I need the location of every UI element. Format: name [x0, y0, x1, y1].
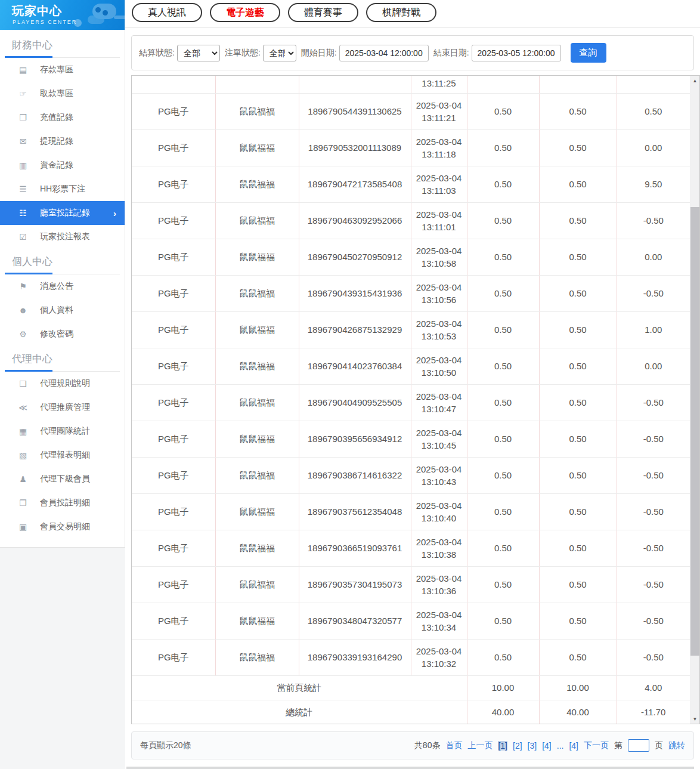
sidebar-panel: 玩家中心 PLAYERS CENTER 財務中心▤存款專區☞取款專區❒充值記錄✉… — [0, 0, 125, 548]
summary-value: 10.00 — [467, 675, 539, 700]
sidebar-item-0-5[interactable]: ☰HH彩票下注 — [0, 177, 125, 201]
bet-time: 13:10:34 — [413, 621, 466, 634]
tab-2[interactable]: 體育賽事 — [288, 3, 358, 22]
bet-date: 2025-03-04 — [413, 572, 466, 585]
cell: 0.50 — [467, 639, 539, 675]
vertical-scrollbar[interactable]: ▲ ▼ — [690, 76, 700, 724]
table-row: PG电子鼠鼠福福18967903480473205772025-03-0413:… — [132, 603, 690, 639]
cell: 2025-03-0413:11:21 — [411, 93, 467, 129]
bet-time: 13:11:18 — [413, 148, 466, 160]
main-content: 真人視訊電子遊藝體育賽事棋牌對戰 結算狀態: 全部 注單狀態: 全部 開始日期:… — [125, 0, 700, 769]
bet-date: 2025-03-04 — [413, 609, 466, 621]
bet-date: 2025-03-04 — [413, 536, 466, 548]
sidebar-item-2-6[interactable]: ▣會員交易明細 — [0, 515, 125, 539]
cell: 2025-03-0413:10:32 — [411, 639, 467, 675]
cell: 0.00 — [617, 239, 690, 275]
cell: 0.50 — [467, 457, 539, 493]
first-page-link[interactable]: 首页 — [445, 740, 462, 751]
section-heading-0: 財務中心 — [5, 37, 120, 58]
sidebar-item-2-2[interactable]: ▦代理團隊統計 — [0, 419, 125, 443]
team-stats-icon: ▦ — [18, 427, 28, 436]
cell: 0.50 — [539, 202, 617, 239]
cell: 2025-03-0413:10:58 — [411, 239, 467, 275]
bet-table: 13:11:25PG电子鼠鼠福福18967905443911306252025-… — [132, 76, 690, 724]
pagination: 共80条首页上一页[1][2][3][4]...[4]下一页第页跳转 — [414, 739, 685, 752]
page-link-3[interactable]: [3] — [528, 741, 537, 751]
cell: 13:11:25 — [411, 76, 467, 93]
bet-date: 2025-03-04 — [413, 245, 466, 257]
search-button[interactable]: 查詢 — [571, 43, 606, 63]
users-icon: ♟ — [18, 474, 28, 484]
start-date-input[interactable] — [339, 45, 429, 61]
filter-panel: 結算狀態: 全部 注單狀態: 全部 開始日期: 結束日期: 查詢 — [131, 35, 694, 70]
sidebar-item-2-0[interactable]: ❏代理規則說明 — [0, 372, 125, 396]
tab-0[interactable]: 真人視訊 — [132, 3, 202, 22]
total-count: 共80条 — [414, 740, 441, 751]
sidebar-item-2-3[interactable]: ▧代理報表明細 — [0, 443, 125, 467]
order-status-label: 注單狀態: — [225, 48, 261, 58]
cell: 0.50 — [467, 348, 539, 384]
settle-status-select[interactable]: 全部 — [177, 45, 220, 61]
page-link-2[interactable]: [2] — [513, 741, 522, 751]
sidebar-item-1-2[interactable]: ⚙修改密碼 — [0, 322, 125, 346]
cell: 0.50 — [467, 493, 539, 530]
jump-page-input[interactable] — [628, 739, 649, 752]
sidebar-item-0-2[interactable]: ❒充值記錄 — [0, 106, 125, 129]
page-link-last[interactable]: [4] — [569, 741, 578, 751]
cell: 2025-03-0413:10:38 — [411, 530, 467, 566]
scrollbar-thumb[interactable] — [690, 207, 699, 656]
bet-time: 13:10:32 — [413, 657, 466, 670]
summary-label: 總統計 — [132, 700, 467, 724]
cell: PG电子 — [132, 457, 215, 493]
table-row: PG电子鼠鼠福福18967904393154319362025-03-0413:… — [132, 275, 690, 311]
sidebar-item-0-4[interactable]: ▥資金記錄 — [0, 153, 125, 177]
sidebar-item-1-1[interactable]: ☻個人資料 — [0, 298, 125, 322]
cell: 0.00 — [617, 348, 690, 384]
bet-records-table: 13:11:25PG电子鼠鼠福福18967905443911306252025-… — [131, 75, 700, 724]
scroll-down-icon[interactable]: ▼ — [690, 714, 700, 724]
sidebar-item-1-0[interactable]: ⚑消息公告 — [0, 274, 125, 298]
cell: PG电子 — [132, 639, 215, 675]
cell: PG电子 — [132, 530, 215, 566]
sidebar-item-0-0[interactable]: ▤存款專區 — [0, 58, 125, 82]
summary-row-0: 當前頁統計10.0010.004.00 — [132, 675, 690, 700]
cell: 0.00 — [617, 129, 690, 166]
sidebar-item-0-7[interactable]: ☑玩家投注報表 — [0, 225, 125, 249]
end-date-input[interactable] — [472, 45, 561, 61]
app-root: 玩家中心 PLAYERS CENTER 財務中心▤存款專區☞取款專區❒充值記錄✉… — [0, 0, 700, 769]
cell — [539, 76, 617, 93]
cell: 鼠鼠福福 — [215, 93, 299, 129]
tab-3[interactable]: 棋牌對戰 — [366, 3, 436, 22]
sidebar-item-0-6[interactable]: ☷廳室投註記錄› — [0, 201, 125, 225]
bet-date: 2025-03-04 — [413, 317, 466, 330]
cell: 1896790404909525505 — [299, 384, 411, 421]
cell: 2025-03-0413:10:47 — [411, 384, 467, 421]
sidebar-item-2-1[interactable]: ≪代理推廣管理 — [0, 396, 125, 419]
prev-page-link[interactable]: 上一页 — [467, 740, 493, 751]
next-page-link[interactable]: 下一页 — [584, 740, 609, 751]
page-link-1[interactable]: [1] — [498, 741, 507, 751]
cell: 2025-03-0413:11:01 — [411, 202, 467, 239]
jump-button[interactable]: 跳转 — [668, 740, 685, 751]
sidebar-item-2-4[interactable]: ♟代理下級會員 — [0, 467, 125, 491]
bell-icon: ⚑ — [18, 282, 28, 291]
report-detail-icon: ▧ — [18, 450, 28, 460]
bet-record-list-icon: ☷ — [18, 208, 28, 218]
bet-time: 13:10:50 — [413, 366, 466, 379]
order-status-select[interactable]: 全部 — [263, 45, 296, 61]
sidebar-item-0-3[interactable]: ✉提現記錄 — [0, 129, 125, 153]
scroll-up-icon[interactable]: ▲ — [690, 76, 700, 85]
sidebar-item-2-5[interactable]: ❐會員投註明細 — [0, 491, 125, 515]
tab-1[interactable]: 電子遊藝 — [210, 3, 280, 22]
cell: 9.50 — [617, 166, 690, 202]
cell: 鼠鼠福福 — [215, 239, 299, 275]
cell: 1896790439315431936 — [299, 275, 411, 311]
cell: 鼠鼠福福 — [215, 566, 299, 603]
page-link-4[interactable]: [4] — [542, 741, 552, 751]
sidebar-item-0-1[interactable]: ☞取款專區 — [0, 82, 125, 106]
transaction-list-icon: ▣ — [18, 522, 28, 532]
table-row: PG电子鼠鼠福福18967904140237603842025-03-0413:… — [132, 348, 690, 384]
table-row: PG电子鼠鼠福福18967903573041950732025-03-0413:… — [132, 566, 690, 603]
sidebar-item-label: 個人資料 — [40, 305, 73, 316]
cell: 鼠鼠福福 — [215, 421, 299, 457]
